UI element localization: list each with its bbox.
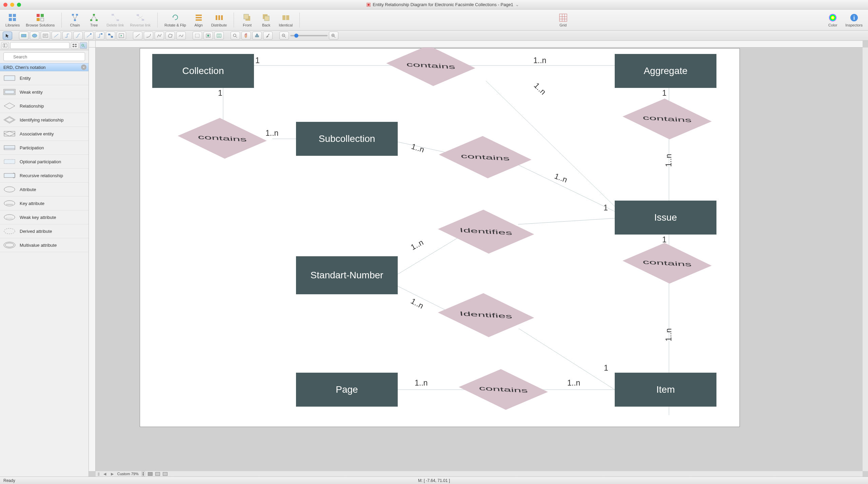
maximize-window-button[interactable] — [17, 3, 21, 7]
freehand-tool[interactable] — [176, 32, 186, 40]
connector-tool-3[interactable] — [73, 32, 83, 40]
rel-contains-page[interactable]: contains — [459, 369, 548, 410]
search-input[interactable] — [3, 52, 85, 61]
connector-tool-5[interactable] — [95, 32, 104, 40]
rel-identifies-2[interactable]: Identifies — [438, 293, 534, 337]
connector-tool-1[interactable] — [52, 32, 61, 40]
entity-item[interactable]: Item — [615, 373, 716, 407]
polyline-tool[interactable] — [155, 32, 164, 40]
crop-tool-2[interactable] — [203, 32, 213, 40]
crop-tool-3[interactable] — [214, 32, 224, 40]
connector-tool-6[interactable] — [106, 32, 115, 40]
prev-page-icon[interactable]: ◀ — [102, 472, 107, 476]
entity-page[interactable]: Page — [296, 373, 398, 407]
rel-contains-sub[interactable]: contains — [439, 136, 531, 179]
rectangle-tool[interactable] — [19, 32, 28, 40]
panel-layout-icon[interactable] — [1, 42, 9, 49]
libraries-button[interactable]: Libraries — [3, 12, 22, 28]
grid-button[interactable]: Grid — [555, 12, 572, 28]
shape-recursive-relationship[interactable]: Recursive relationship — [0, 169, 88, 183]
entity-aggregate[interactable]: Aggregate — [615, 54, 716, 88]
entity-issue[interactable]: Issue — [615, 201, 716, 235]
shape-participation[interactable]: Participation — [0, 141, 88, 155]
rel-contains-agg[interactable]: contains — [623, 99, 712, 139]
rotate-flip-button[interactable]: Rotate & Flip — [162, 12, 188, 28]
back-button[interactable]: Back — [258, 12, 275, 28]
rel-contains-top[interactable]: contains — [386, 48, 475, 86]
shape-optional-participation[interactable]: Optional participation — [0, 155, 88, 169]
inspectors-button[interactable]: i Inspectors — [843, 12, 865, 28]
status-ready: Ready — [3, 478, 15, 483]
zoom-stepper-icon[interactable]: ▴▾ — [141, 471, 145, 477]
panel-dropdown[interactable] — [10, 42, 70, 49]
page-area[interactable]: Collection Aggregate Subcollection Issue… — [96, 48, 863, 471]
zoom-out-button[interactable] — [279, 32, 289, 40]
panel-grid-view-icon[interactable] — [71, 42, 78, 49]
shape-relationship[interactable]: Relationship — [0, 99, 88, 113]
shape-attribute[interactable]: Attribute — [0, 183, 88, 197]
line-tool[interactable] — [133, 32, 142, 40]
card-1nh: 1..n — [409, 297, 425, 311]
shape-identifying-relationship[interactable]: Identifying relationship — [0, 113, 88, 127]
next-page-icon[interactable]: ▶ — [110, 472, 115, 476]
align-button[interactable]: Align — [190, 12, 207, 28]
rel-contains-issue[interactable]: contains — [623, 243, 712, 284]
browse-solutions-button[interactable]: Browse Solutions — [24, 12, 57, 28]
panel-search-icon[interactable] — [80, 42, 87, 49]
ellipse-tool[interactable] — [30, 32, 39, 40]
title-bar: Entity Relationship Diagram for Electron… — [0, 0, 868, 10]
insert-tool[interactable] — [117, 32, 126, 40]
page[interactable]: Collection Aggregate Subcollection Issue… — [140, 48, 740, 427]
minimize-window-button[interactable] — [10, 3, 14, 7]
shape-key-attribute[interactable]: Key attribute — [0, 197, 88, 210]
title-text: Entity Relationship Diagram for Electron… — [373, 2, 513, 7]
chain-button[interactable]: Chain — [66, 12, 83, 28]
color-button[interactable]: Color — [824, 12, 841, 28]
text-tool[interactable] — [41, 32, 50, 40]
document-title[interactable]: Entity Relationship Diagram for Electron… — [21, 2, 865, 7]
polygon-tool[interactable] — [165, 32, 175, 40]
view-mode-1[interactable] — [148, 472, 153, 476]
hand-tool[interactable] — [241, 32, 251, 40]
view-mode-3[interactable] — [163, 472, 167, 476]
entity-subcollection[interactable]: Subcollection — [296, 122, 398, 156]
zoom-in-button[interactable] — [329, 32, 338, 40]
card-1c: 1 — [662, 89, 667, 98]
reverse-link-icon — [135, 13, 145, 23]
shape-derived-attribute[interactable]: Derived attribute — [0, 224, 88, 238]
stamp-tool[interactable] — [252, 32, 262, 40]
vertical-scrollbar[interactable] — [863, 48, 868, 471]
identical-button[interactable]: Identical — [277, 12, 295, 28]
view-mode-2[interactable] — [155, 472, 160, 476]
zoom-level[interactable]: Custom 79% — [117, 472, 139, 476]
chain-icon — [70, 13, 80, 23]
svg-rect-7 — [41, 14, 44, 17]
rel-identifies-1[interactable]: Identifies — [438, 210, 534, 254]
front-button[interactable]: Front — [239, 12, 256, 28]
curve-tool[interactable] — [144, 32, 153, 40]
entity-standart-number[interactable]: Standart-Number — [296, 256, 398, 294]
connector-tool-4[interactable] — [84, 32, 94, 40]
zoom-slider[interactable] — [290, 35, 328, 36]
align-icon — [194, 13, 204, 23]
shape-weak-key-attribute[interactable]: Weak key attribute — [0, 210, 88, 224]
shape-weak-entity[interactable]: Weak entity — [0, 85, 88, 99]
pointer-tool[interactable] — [3, 32, 12, 40]
shape-entity[interactable]: Entity — [0, 71, 88, 85]
shape-associative-entity[interactable]: Associative entity — [0, 127, 88, 141]
entity-collection[interactable]: Collection — [152, 54, 254, 88]
connector-tool-2[interactable] — [62, 32, 72, 40]
card-1f: 1 — [604, 364, 608, 373]
zoom-tool[interactable] — [231, 32, 240, 40]
shape-multivalue-attribute[interactable]: Multivalue attribute — [0, 238, 88, 252]
svg-rect-32 — [559, 14, 567, 21]
horizontal-scrollbar[interactable]: || ◀ ▶ Custom 79% ▴▾ — [96, 471, 863, 477]
distribute-button[interactable]: Distribute — [209, 12, 229, 28]
crop-tool-1[interactable] — [193, 32, 202, 40]
library-header[interactable]: ERD, Chen's notation × — [0, 63, 88, 71]
close-window-button[interactable] — [3, 3, 7, 7]
close-library-icon[interactable]: × — [81, 64, 86, 70]
rel-contains-left[interactable]: contains — [178, 118, 267, 159]
eyedropper-tool[interactable] — [263, 32, 273, 40]
tree-button[interactable]: Tree — [85, 12, 102, 28]
